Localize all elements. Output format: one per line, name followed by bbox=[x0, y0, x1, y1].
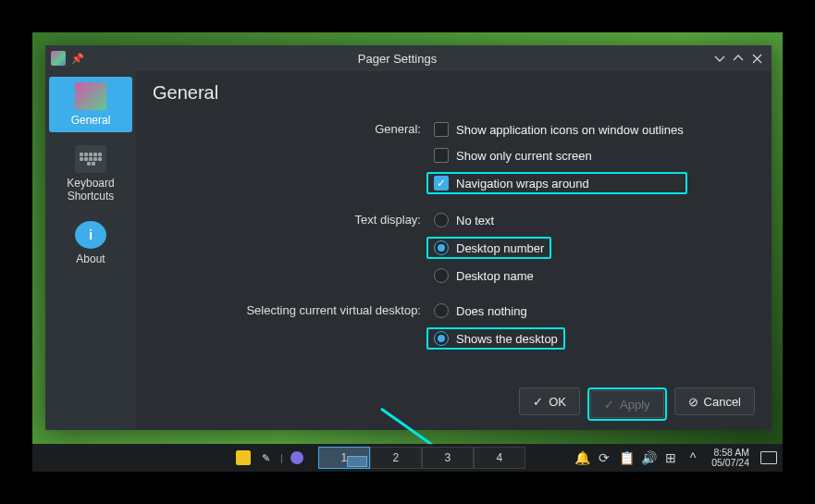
group-text-display: Text display: No text Desktop number bbox=[153, 211, 755, 285]
main-panel: General General: Show application icons … bbox=[136, 71, 772, 430]
show-desktop-button[interactable] bbox=[760, 451, 777, 464]
radio-desktop-name[interactable]: Desktop name bbox=[430, 266, 551, 285]
check-icon: ✓ bbox=[533, 395, 543, 409]
titlebar[interactable]: 📌 Pager Settings bbox=[45, 45, 772, 71]
close-button[interactable] bbox=[747, 49, 766, 68]
note-icon[interactable] bbox=[236, 450, 251, 465]
checkbox-icon bbox=[434, 176, 449, 191]
system-tray: 🔔 ⟳ 📋 🔊 ⊞ ^ bbox=[574, 450, 700, 465]
radio-no-text[interactable]: No text bbox=[430, 211, 551, 229]
button-label: OK bbox=[549, 395, 566, 409]
page-title: General bbox=[153, 82, 755, 104]
update-icon[interactable]: ⟳ bbox=[597, 450, 611, 465]
option-label: No text bbox=[456, 214, 494, 227]
sidebar-item-keyboard-shortcuts[interactable]: Keyboard Shortcuts bbox=[49, 140, 132, 208]
option-label: Desktop number bbox=[456, 241, 544, 255]
clock[interactable]: 8:58 AM 05/07/24 bbox=[708, 448, 753, 468]
sidebar-item-label: Keyboard Shortcuts bbox=[67, 177, 114, 203]
network-icon[interactable]: ⊞ bbox=[663, 450, 678, 465]
button-label: Cancel bbox=[704, 395, 741, 409]
pager-window-preview bbox=[347, 456, 367, 467]
radio-icon bbox=[434, 268, 449, 283]
radio-icon bbox=[434, 213, 449, 227]
pager-desktop-2[interactable]: 2 bbox=[370, 447, 422, 469]
clipboard-icon[interactable]: 📋 bbox=[619, 450, 634, 465]
pager-settings-window: 📌 Pager Settings General Keyboard Shortc… bbox=[45, 45, 772, 430]
group-general: General: Show application icons on windo… bbox=[153, 120, 755, 194]
sidebar-item-general[interactable]: General bbox=[49, 77, 132, 132]
group-label: General: bbox=[153, 120, 430, 136]
cancel-button[interactable]: ⊘ Cancel bbox=[674, 387, 755, 415]
pager-desktop-3[interactable]: 3 bbox=[422, 447, 474, 469]
checkbox-navigation-wraps[interactable]: Navigation wraps around bbox=[426, 172, 687, 194]
notification-icon[interactable]: 🔔 bbox=[574, 450, 589, 465]
option-label: Does nothing bbox=[456, 304, 527, 318]
sidebar-item-about[interactable]: i About bbox=[49, 215, 132, 271]
info-icon: i bbox=[75, 221, 106, 249]
checkbox-show-only-current-screen[interactable]: Show only current screen bbox=[430, 146, 687, 165]
window-title: Pager Settings bbox=[84, 52, 710, 66]
apply-button[interactable]: ✓ Apply bbox=[590, 390, 664, 418]
apply-highlight: ✓ Apply bbox=[587, 387, 667, 421]
separator: | bbox=[280, 452, 283, 463]
minimize-button[interactable] bbox=[710, 49, 729, 68]
pager-label: 3 bbox=[445, 451, 451, 464]
radio-icon bbox=[434, 240, 449, 255]
group-selecting-current-desktop: Selecting current virtual desktop: Does … bbox=[153, 301, 755, 350]
group-label: Selecting current virtual desktop: bbox=[153, 301, 430, 317]
keyboard-icon bbox=[75, 145, 106, 173]
pin-icon[interactable]: 📌 bbox=[71, 53, 84, 65]
maximize-button[interactable] bbox=[729, 49, 747, 68]
button-bar: ✓ OK ✓ Apply ⊘ Cancel bbox=[153, 378, 755, 421]
sidebar-item-label: About bbox=[76, 252, 105, 265]
circle-icon[interactable] bbox=[290, 451, 303, 464]
volume-icon[interactable]: 🔊 bbox=[641, 450, 656, 465]
sidebar-item-label: General bbox=[71, 114, 111, 127]
option-label: Shows the desktop bbox=[456, 332, 558, 346]
radio-icon bbox=[434, 303, 449, 318]
radio-does-nothing[interactable]: Does nothing bbox=[430, 301, 565, 320]
pager-label: 2 bbox=[393, 451, 400, 464]
clock-date: 05/07/24 bbox=[711, 458, 749, 468]
checkbox-show-app-icons[interactable]: Show application icons on window outline… bbox=[430, 120, 687, 139]
option-label: Show only current screen bbox=[456, 149, 592, 163]
radio-shows-desktop[interactable]: Shows the desktop bbox=[426, 327, 565, 350]
ok-button[interactable]: ✓ OK bbox=[519, 387, 580, 415]
radio-icon bbox=[434, 331, 449, 346]
taskbar: ✎ | 1 2 3 4 🔔 ⟳ 📋 🔊 ⊞ ^ bbox=[32, 444, 783, 472]
app-icon bbox=[51, 51, 66, 66]
radio-desktop-number[interactable]: Desktop number bbox=[426, 237, 551, 259]
check-icon: ✓ bbox=[604, 398, 614, 412]
desktop: 📌 Pager Settings General Keyboard Shortc… bbox=[32, 32, 783, 472]
taskbar-pager: 1 2 3 4 bbox=[318, 447, 525, 469]
sidebar: General Keyboard Shortcuts i About bbox=[45, 71, 136, 430]
option-label: Desktop name bbox=[456, 269, 534, 283]
option-label: Show application icons on window outline… bbox=[456, 123, 684, 137]
button-label: Apply bbox=[620, 398, 650, 412]
checkbox-icon bbox=[434, 122, 449, 137]
cancel-icon: ⊘ bbox=[688, 395, 698, 409]
pager-icon bbox=[75, 82, 106, 110]
chevron-up-icon[interactable]: ^ bbox=[685, 450, 700, 465]
checkbox-icon bbox=[434, 148, 449, 163]
pager-label: 4 bbox=[497, 451, 503, 464]
pen-icon[interactable]: ✎ bbox=[258, 450, 273, 465]
group-label: Text display: bbox=[153, 211, 430, 227]
option-label: Navigation wraps around bbox=[456, 177, 589, 191]
pager-desktop-1[interactable]: 1 bbox=[318, 447, 370, 469]
pager-desktop-4[interactable]: 4 bbox=[474, 447, 525, 469]
